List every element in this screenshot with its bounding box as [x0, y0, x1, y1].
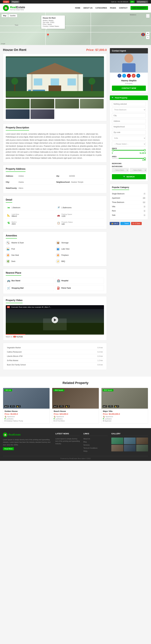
video-title-text: Cinematic Real estate video tour example…: [11, 306, 51, 308]
social-pinterest[interactable]: p: [127, 74, 131, 78]
footer-link[interactable]: Blog: [83, 441, 86, 443]
zip-input[interactable]: [112, 130, 146, 134]
fullscreen-button[interactable]: ⛶: [146, 14, 150, 18]
share-googleplus[interactable]: G+ 0 Save: [131, 222, 142, 225]
gallery-thumb-3[interactable]: [55, 99, 79, 108]
footer-link[interactable]: About Us: [83, 438, 90, 440]
nav-home[interactable]: HOME: [75, 7, 80, 9]
related-type: 🏠Apartment: [103, 416, 146, 418]
nav-about[interactable]: ABOUT US: [83, 7, 92, 9]
gallery-thumb-2[interactable]: [30, 99, 54, 108]
footer-link[interactable]: Terms & Conditions: [83, 447, 97, 449]
social-googleplus[interactable]: g+: [132, 74, 136, 78]
zoom-out-button[interactable]: −: [146, 36, 150, 39]
nav-pages[interactable]: PAGES: [110, 7, 116, 9]
nav-contact[interactable]: CONTACT: [119, 7, 128, 9]
nearest-label: Hospital: [61, 280, 68, 282]
status-icon: 📋: [57, 221, 60, 225]
related-section: Related Property 500 Unit 🛏 2 🚿 1 📐 2 Go…: [0, 376, 151, 428]
nearest-icon: 🛒: [7, 286, 10, 290]
distance-place: St-Rita Market: [6, 358, 78, 362]
nav-categories[interactable]: CATEGORIES: [96, 7, 107, 9]
login-button[interactable]: Login: [3, 0, 9, 3]
country-select[interactable]: India: [112, 136, 146, 140]
room-type-select[interactable]: Three Bedroom: [112, 108, 146, 112]
bathrooms-select[interactable]: -- Select Bath...: [130, 168, 147, 172]
property-search-input[interactable]: [112, 102, 146, 106]
youtube-icon: [7, 306, 10, 308]
find-property-widget: 🔍 Find Property Three Bedroom India -- P…: [110, 95, 148, 182]
category-name[interactable]: Three Bedroom: [112, 201, 124, 203]
bedrooms-select[interactable]: -- Select Bedr...: [112, 168, 129, 172]
footer-gallery-img-1[interactable]: [111, 438, 123, 444]
nearest-label: Shopping Mall: [12, 287, 24, 289]
gallery-thumb-1[interactable]: [6, 99, 30, 108]
address-input[interactable]: [112, 119, 146, 123]
map-tab-satellite[interactable]: Satellite: [8, 14, 17, 17]
language-selector[interactable]: EN: [130, 0, 134, 3]
register-button[interactable]: Register: [11, 0, 20, 3]
detail-land: 📐 Land Area 60km2: [6, 212, 54, 218]
amenity-label: Washer & Dryer: [11, 242, 24, 244]
price-values: $ $1,100 M: [112, 152, 146, 154]
agent-card: Contact Agent f t p g+ in Haonry Stephin…: [110, 48, 148, 93]
related-stat-bath: 🚿 1: [108, 405, 113, 408]
related-card-image[interactable]: 500 Unit 🛏 2 🚿 1 📐 2: [3, 388, 50, 408]
footer-gallery-img-4[interactable]: [111, 445, 123, 452]
category-name[interactable]: Villa: [112, 206, 115, 208]
related-card-image[interactable]: 3500 Square 🛏 2 🚿 1 📐 3: [52, 388, 99, 408]
category-name[interactable]: Sale: [112, 214, 116, 216]
amenity-label: Pool: [11, 248, 15, 250]
logo-tagline: Find Your Dream Home: [10, 9, 25, 10]
nearest-section: Nearest Place 🚌 Bus Stand 🏥 Hospital 🛒 S…: [3, 269, 107, 294]
footer-gallery-img-3[interactable]: [136, 438, 148, 444]
related-card-image[interactable]: 8500 Square 🛏 2 🚿 1 📐 4: [102, 388, 148, 408]
contact-now-button[interactable]: CONTACT NOW: [112, 86, 146, 91]
related-card-title: Beach House: [54, 410, 97, 412]
footer-link[interactable]: Services: [83, 444, 90, 446]
bathrooms-label: BATHROOMS: [112, 166, 146, 167]
related-stat: 🛏 2: [103, 405, 107, 408]
gallery-thumb-4[interactable]: [80, 99, 104, 108]
social-twitter[interactable]: t: [122, 74, 126, 78]
zoom-in-button[interactable]: +: [146, 32, 150, 35]
share-facebook[interactable]: 👍 Like 0: [110, 222, 120, 225]
footer-gallery-img-5[interactable]: [124, 445, 136, 452]
category-name[interactable]: Rent: [112, 210, 116, 212]
category-name[interactable]: Apartment: [112, 197, 120, 199]
price-max-handle[interactable]: [144, 149, 146, 151]
street-view-button[interactable]: 👤: [141, 33, 145, 36]
social-linkedin[interactable]: in: [136, 74, 140, 78]
footer-gallery-img-6[interactable]: [136, 445, 148, 452]
share-twitter[interactable]: 🐦 Tweet: [120, 222, 130, 225]
related-card-title: Golden House: [4, 410, 48, 412]
currency-selector[interactable]: $ Currency ~: [136, 0, 148, 3]
map-tab-map[interactable]: Map: [2, 14, 8, 17]
related-type: 🏠Apartment: [4, 416, 48, 418]
list-item: Services: [83, 444, 108, 446]
footer-gallery-img-2[interactable]: [124, 438, 136, 444]
nearest-item: ⛽ Petrol Tank: [56, 285, 104, 291]
gallery-thumb-6[interactable]: [30, 109, 54, 119]
gallery-thumb-5[interactable]: [6, 109, 30, 119]
video-play-button[interactable]: [52, 317, 58, 323]
footer-read-more-link[interactable]: Read More: [3, 447, 14, 450]
purpose-select[interactable]: -- Please Select --: [112, 142, 146, 146]
agent-properties: 5 Property: [110, 82, 148, 86]
social-facebook[interactable]: f: [118, 74, 121, 78]
neighborhood-input[interactable]: [112, 124, 146, 129]
distance-value: 0.6 km: [78, 362, 104, 367]
address-state: State/County: Aliens: [6, 186, 54, 190]
youtube-text: YouTube: [16, 336, 23, 338]
distance-place: Buen Dis Family School: [6, 362, 78, 367]
footer-link[interactable]: FAQs: [83, 450, 88, 452]
nearest-title: Nearest Place: [6, 272, 21, 276]
city-input[interactable]: [112, 113, 146, 118]
land-icon: 📐: [7, 214, 10, 217]
price-min-handle[interactable]: [112, 149, 114, 151]
add-property-button[interactable]: ADD PROPERTY: [130, 6, 148, 10]
search-button[interactable]: 🔍 SEARCH: [112, 174, 146, 179]
related-stat-area: 📐 2: [16, 405, 21, 408]
category-name[interactable]: Single Bedroom: [112, 193, 124, 195]
area-handle[interactable]: [144, 157, 146, 160]
